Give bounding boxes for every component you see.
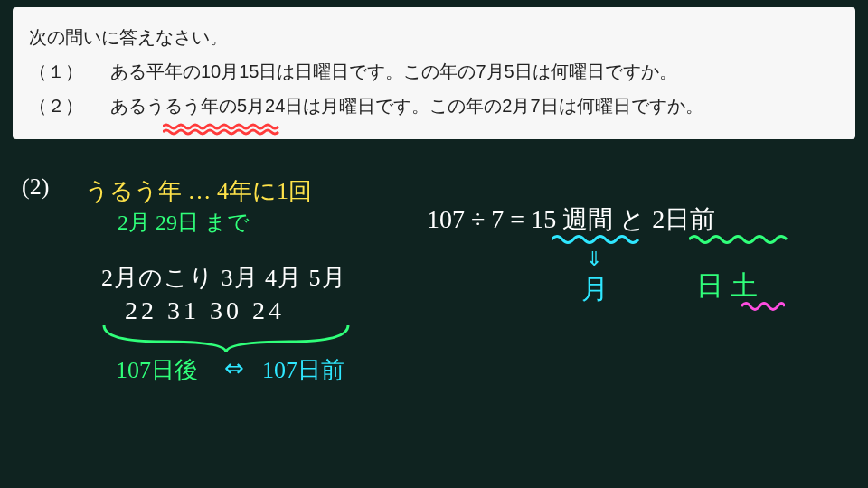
months-row: 2月のこり 3月 4月 5月 [101, 262, 346, 294]
monday-char: 月 [581, 271, 609, 308]
q2-body: あるうるう年の5月24日は月曜日です。この年の2月7日は何曜日ですか。 [110, 89, 839, 123]
red-wavy-underline [163, 123, 280, 136]
day-counts-row: 22 31 30 24 [125, 296, 285, 325]
problem-statement-box: 次の問いに答えなさい。 （１） ある平年の10月15日は日曜日です。この年の7月… [13, 7, 855, 139]
wave-under-sat [741, 300, 785, 313]
wave-under-15weeks [552, 233, 642, 246]
problem-q2: （２） あるうるう年の5月24日は月曜日です。この年の2月7日は何曜日ですか。 [29, 89, 839, 123]
problem-q1: （１） ある平年の10月15日は日曜日です。この年の7月5日は何曜日ですか。 [29, 54, 839, 89]
sum-107-before: 107日前 [262, 354, 344, 386]
division-expression: 107 ÷ 7 = 15 週間 と 2日前 [427, 202, 715, 237]
work-q2-label: (2) [22, 174, 49, 201]
q1-body: ある平年の10月15日は日曜日です。この年の7月5日は何曜日ですか。 [110, 54, 839, 89]
sum-107-after: 107日後 [116, 354, 198, 386]
sun-sat-chars: 日 土 [696, 267, 758, 305]
brace-under-days [99, 324, 353, 358]
double-arrow-icon: ⇔ [224, 354, 244, 382]
q1-number: （１） [29, 54, 110, 89]
down-arrow-icon: ⇓ [586, 248, 602, 271]
leap-year-note: うるう年 … 4年に1回 [85, 175, 312, 207]
feb-29-note: 2月 29日 まで [118, 208, 250, 237]
wave-under-2days [689, 233, 788, 246]
q2-number: （２） [29, 89, 110, 123]
problem-instruction: 次の問いに答えなさい。 [29, 20, 839, 54]
